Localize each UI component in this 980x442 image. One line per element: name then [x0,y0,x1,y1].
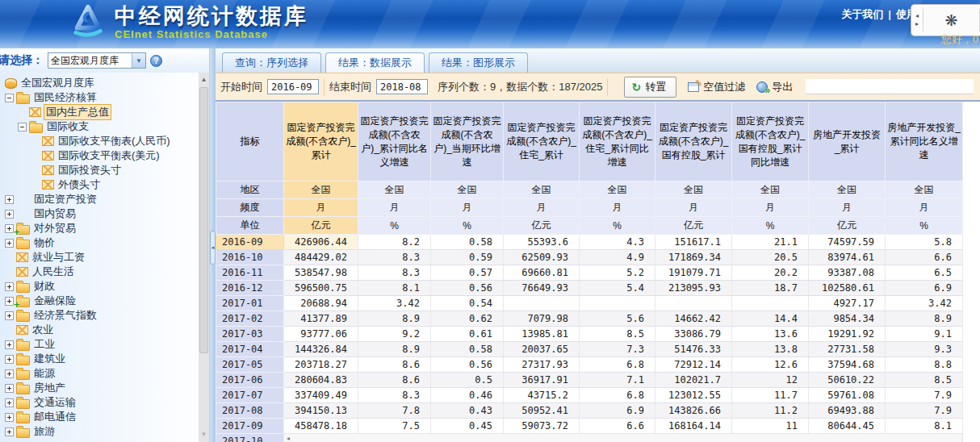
column-header-2[interactable]: 固定资产投资完成额(不含农户)_累计同比名义增速 [358,102,431,181]
tree-item-finance[interactable]: 财政 [0,279,199,294]
data-cell[interactable]: 8.9 [886,311,963,327]
tree-item-external-debt[interactable]: 外债头寸 [0,177,199,192]
column-header-3[interactable]: 固定资产投资完成额(不含农户)_当期环比增速 [431,102,504,181]
expander-plus-icon[interactable] [5,210,14,219]
data-cell[interactable]: 0.59 [431,250,504,265]
tree-item-iip[interactable]: 国际投资头寸 [0,163,199,177]
expander-plus-icon[interactable] [5,427,14,436]
data-cell[interactable]: 93777.06 [284,327,358,342]
data-cell[interactable]: 8.1 [358,281,431,296]
tab-query-series[interactable]: 查询：序列选择 [222,52,321,73]
data-cell[interactable]: 0.46 [431,388,504,403]
tree-item-bop-rmb[interactable]: 国际收支平衡表(人民币) [0,134,199,148]
data-cell[interactable]: 5.8 [886,235,963,250]
data-cell[interactable]: 203718.27 [284,357,358,373]
expander-plus-icon[interactable] [5,340,14,349]
data-cell[interactable]: 8.9 [358,311,431,327]
row-date-label[interactable]: 2016-10 [216,250,284,265]
tree-item-root[interactable]: 全国宏观月度库 [0,76,199,90]
data-cell[interactable]: 37594.68 [809,357,886,373]
tree-item-post-telecom[interactable]: 邮电通信 [0,410,199,424]
data-cell[interactable]: 538547.98 [284,265,358,281]
data-cell[interactable]: 7.3 [580,342,655,357]
tree-item-fixed-investment[interactable]: 固定资产投资 [0,192,199,206]
data-cell[interactable]: 9.1 [886,327,963,342]
data-cell[interactable]: 7.5 [358,419,431,434]
data-cell[interactable]: 13.8 [732,342,809,357]
data-cell[interactable]: 8.6 [358,373,431,388]
data-cell[interactable]: 8.5 [886,373,963,388]
data-cell[interactable]: 6.9 [886,281,963,296]
data-cell[interactable]: 337409.49 [284,388,358,403]
expander-plus-icon[interactable] [5,282,14,291]
data-cell[interactable]: 11 [732,419,809,434]
data-cell[interactable]: 8.1 [886,419,963,434]
data-cell[interactable]: 0.57 [431,265,504,281]
data-cell[interactable]: 20037.65 [504,342,580,357]
scroll-down-icon[interactable]: ▼ [199,429,209,440]
data-cell[interactable]: 83974.61 [809,250,886,265]
data-cell[interactable]: 0.45 [431,419,504,434]
data-cell[interactable]: 41377.89 [284,311,358,327]
tree-item-construction[interactable]: 建筑业 [0,352,199,366]
data-cell[interactable]: 123012.55 [655,388,732,403]
expander-plus-icon[interactable] [5,384,14,393]
data-cell[interactable]: 55393.6 [504,235,580,250]
data-cell[interactable]: 171869.34 [655,250,732,265]
data-cell[interactable]: 8.3 [358,265,431,281]
data-cell[interactable] [732,296,809,311]
data-cell[interactable]: 8.6 [358,357,431,373]
data-cell[interactable]: 4.9 [580,250,655,265]
data-cell[interactable]: 0.43 [431,403,504,419]
data-cell[interactable]: 43715.2 [504,388,580,403]
data-cell[interactable]: 0.61 [431,327,504,342]
data-cell[interactable]: 8.8 [886,357,963,373]
row-date-label[interactable]: 2016-09 [216,235,284,250]
column-header-1[interactable]: 固定资产投资完成额(不含农户)_累计 [284,102,358,181]
data-cell[interactable]: 12.6 [732,357,809,373]
data-cell[interactable]: 7.8 [358,403,431,419]
column-header-7[interactable]: 固定资产投资完成额(不含农户)_国有控股_累计同比增速 [732,102,809,181]
data-cell[interactable]: 458478.18 [284,419,358,434]
tree-item-foreign-trade[interactable]: 对外贸易 [0,221,199,236]
data-cell[interactable]: 102580.61 [809,281,886,296]
row-date-label[interactable]: 2017-02 [216,311,284,327]
data-cell[interactable]: 50952.41 [504,403,580,419]
expander-minus-icon[interactable] [18,123,27,131]
data-cell[interactable]: 5.2 [580,265,655,281]
column-header-6[interactable]: 固定资产投资完成额(不含农户)_国有控股_累计 [655,102,732,181]
data-cell[interactable]: 12 [732,373,809,388]
data-cell[interactable]: 59761.08 [809,388,886,403]
data-cell[interactable]: 80644.45 [809,419,886,434]
data-cell[interactable]: 74597.59 [809,235,886,250]
row-date-label[interactable]: 2017-08 [216,403,284,419]
expander-plus-icon[interactable] [5,355,14,364]
horizontal-scrollbar[interactable]: ◂ [285,433,961,442]
data-cell[interactable]: 50610.22 [809,373,886,388]
data-cell[interactable]: 6.9 [580,403,655,419]
row-date-label[interactable]: 2017-10 [216,434,284,442]
data-cell[interactable]: 0.56 [431,357,504,373]
database-select[interactable]: 全国宏观月度库 ▼ [48,52,146,69]
browser-extension-widget[interactable]: ◂▸ ❋ [911,4,980,36]
data-cell[interactable]: 69493.88 [809,403,886,419]
tree-item-bop[interactable]: 国际收支 [0,119,199,134]
tree-scrollbar[interactable]: ▲ ▼ [199,73,209,442]
data-cell[interactable]: 6.5 [886,265,963,281]
data-cell[interactable]: 9854.34 [809,311,886,327]
data-cell[interactable]: 27317.93 [504,357,580,373]
data-cell[interactable]: 20.2 [732,265,809,281]
tree-item-employment-wages[interactable]: 就业与工资 [0,250,199,265]
data-cell[interactable]: 0.54 [431,296,504,311]
data-cell[interactable]: 102021.7 [655,373,732,388]
data-cell[interactable]: 0.58 [431,342,504,357]
tree-item-real-estate[interactable]: 房地产 [0,381,199,395]
data-cell[interactable] [655,296,732,311]
tree-item-national-accounts[interactable]: 国民经济核算 [0,90,199,105]
row-date-label[interactable]: 2017-09 [216,419,284,434]
expander-plus-icon[interactable] [5,311,14,320]
export-button[interactable]: 导出 [756,80,793,94]
tree-item-climate-index[interactable]: 经济景气指数 [0,308,199,323]
row-date-label[interactable]: 2016-12 [216,281,284,296]
end-time-input[interactable] [376,79,428,94]
